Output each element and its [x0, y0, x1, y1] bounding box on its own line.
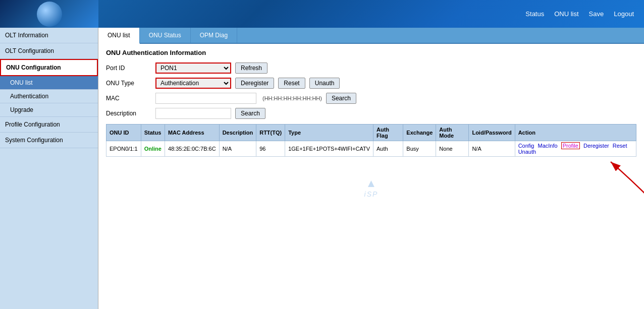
- tab-onu-list[interactable]: ONU list: [98, 28, 140, 44]
- mac-input[interactable]: [155, 93, 256, 104]
- logo-globe: [37, 2, 62, 27]
- mac-row: MAC (HH:HH:HH:HH:HH:HH) Search: [106, 93, 636, 104]
- mac-label: MAC: [106, 95, 151, 102]
- page-title: ONU Authentication Information: [106, 49, 636, 56]
- refresh-button[interactable]: Refresh: [235, 63, 267, 74]
- onu-type-select-wrapper: Authentication All Online Offline: [155, 78, 231, 89]
- cell-type: 1GE+1FE+1POTS+4WIFI+CATV: [285, 141, 373, 157]
- tab-onu-status[interactable]: ONU Status: [140, 28, 191, 43]
- cell-description: N/A: [219, 141, 256, 157]
- description-row: Description Search: [106, 108, 636, 119]
- table-container: ONU ID Status MAC Address Description RT…: [106, 124, 636, 157]
- wifi-symbol: ▲ iSP: [364, 177, 379, 198]
- col-mac-address: MAC Address: [165, 125, 219, 141]
- col-exchange: Exchange: [403, 125, 436, 141]
- isp-watermark: ▲ iSP: [106, 177, 636, 198]
- col-auth-mode: Auth Mode: [436, 125, 469, 141]
- port-id-row: Port ID PON1 PON2 PON3 PON4 Refresh: [106, 63, 636, 74]
- action-profile[interactable]: Profile: [561, 142, 580, 149]
- page-content: ONU Authentication Information Port ID P…: [98, 44, 644, 203]
- cell-onu-id: EPON0/1:1: [106, 141, 141, 157]
- port-id-select[interactable]: PON1 PON2 PON3 PON4: [155, 63, 231, 74]
- search-mac-button[interactable]: Search: [326, 93, 356, 104]
- description-input[interactable]: [155, 108, 231, 119]
- description-label: Description: [106, 110, 151, 117]
- cell-auth-mode: None: [436, 141, 469, 157]
- status-badge: Online: [144, 146, 162, 152]
- col-onu-id: ONU ID: [106, 125, 141, 141]
- tab-opm-diag[interactable]: OPM Diag: [191, 28, 237, 43]
- sidebar-item-onu-list[interactable]: ONU list: [0, 76, 98, 90]
- top-nav: Status ONU list Save Logout: [525, 10, 634, 18]
- cell-rtt: 96: [256, 141, 285, 157]
- col-description: Description: [219, 125, 256, 141]
- sidebar-item-upgrade[interactable]: Upgrade: [0, 103, 98, 117]
- action-config[interactable]: Config: [518, 143, 534, 149]
- onu-type-select[interactable]: Authentication All Online Offline: [155, 78, 231, 89]
- nav-logout[interactable]: Logout: [614, 10, 634, 18]
- sidebar-item-system-config[interactable]: System Configuration: [0, 133, 98, 148]
- search-desc-button[interactable]: Search: [235, 108, 265, 119]
- col-loid-password: Loid/Password: [469, 125, 515, 141]
- onu-table: ONU ID Status MAC Address Description RT…: [106, 124, 636, 157]
- col-action: Action: [515, 125, 636, 141]
- nav-onu-list[interactable]: ONU list: [554, 10, 578, 18]
- cell-exchange: Busy: [403, 141, 436, 157]
- sidebar-item-olt-config[interactable]: OLT Configuration: [0, 43, 98, 59]
- sidebar-item-olt-info[interactable]: OLT Information: [0, 28, 98, 43]
- col-rtt: RTT(TQ): [256, 125, 285, 141]
- action-reset[interactable]: Reset: [613, 143, 627, 149]
- action-unauth[interactable]: Unauth: [518, 149, 536, 155]
- nav-save[interactable]: Save: [589, 10, 604, 18]
- sidebar-item-onu-config[interactable]: ONU Configuration: [0, 59, 98, 76]
- unauth-button[interactable]: Unauth: [309, 78, 340, 89]
- action-deregister[interactable]: Deregister: [583, 143, 609, 149]
- top-header: Status ONU list Save Logout: [0, 0, 644, 28]
- cell-status: Online: [141, 141, 165, 157]
- col-status: Status: [141, 125, 165, 141]
- sidebar-item-authentication[interactable]: Authentication: [0, 90, 98, 103]
- reset-button[interactable]: Reset: [278, 78, 305, 89]
- col-type: Type: [285, 125, 373, 141]
- onu-type-row: ONU Type Authentication All Online Offli…: [106, 78, 636, 89]
- port-id-select-wrapper: PON1 PON2 PON3 PON4: [155, 63, 231, 74]
- col-auth-flag: Auth Flag: [373, 125, 403, 141]
- sidebar: OLT Information OLT Configuration ONU Co…: [0, 28, 98, 309]
- cell-auth-flag: Auth: [373, 141, 403, 157]
- tab-bar: ONU list ONU Status OPM Diag: [98, 28, 644, 44]
- sidebar-item-profile-config[interactable]: Profile Configuration: [0, 117, 98, 133]
- main-layout: OLT Information OLT Configuration ONU Co…: [0, 28, 644, 309]
- onu-type-label: ONU Type: [106, 80, 151, 87]
- cell-loid: N/A: [469, 141, 515, 157]
- cell-actions: Config MacInfo Profile Deregister Reset …: [515, 141, 636, 157]
- port-id-label: Port ID: [106, 65, 151, 72]
- table-row: EPON0/1:1 Online 48:35:2E:0C:7B:6C N/A 9…: [106, 141, 636, 157]
- main-content: ONU list ONU Status OPM Diag ONU Authent…: [98, 28, 644, 309]
- action-macinfo[interactable]: MacInfo: [538, 143, 558, 149]
- mac-hint: (HH:HH:HH:HH:HH:HH): [262, 95, 322, 101]
- deregister-button[interactable]: Deregister: [235, 78, 274, 89]
- logo-area: [0, 0, 98, 28]
- cell-mac: 48:35:2E:0C:7B:6C: [165, 141, 219, 157]
- nav-status[interactable]: Status: [525, 10, 544, 18]
